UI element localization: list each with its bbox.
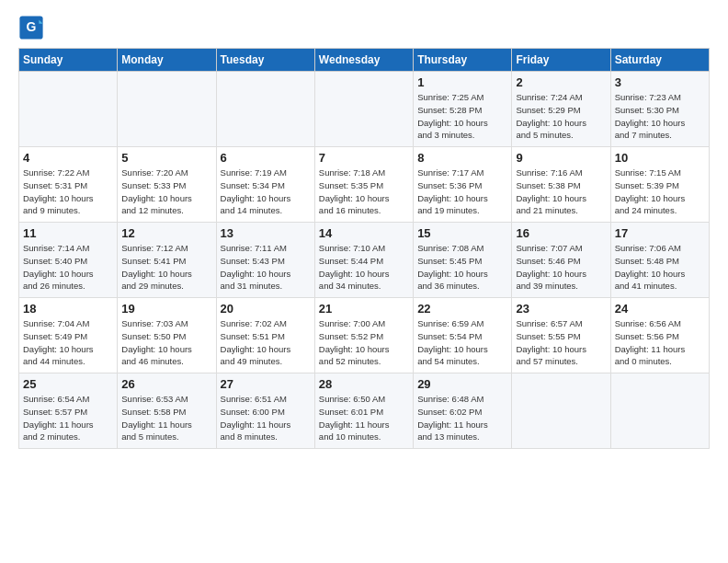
calendar-cell: 20Sunrise: 7:02 AMSunset: 5:51 PMDayligh… <box>216 298 314 373</box>
day-info: Sunrise: 7:23 AMSunset: 5:30 PMDaylight:… <box>615 91 705 142</box>
calendar-cell: 11Sunrise: 7:14 AMSunset: 5:40 PMDayligh… <box>19 223 118 298</box>
day-number: 17 <box>615 226 705 240</box>
week-row-2: 4Sunrise: 7:22 AMSunset: 5:31 PMDaylight… <box>19 147 710 223</box>
calendar-cell: 28Sunrise: 6:50 AMSunset: 6:01 PMDayligh… <box>314 373 413 449</box>
header-day-wednesday: Wednesday <box>314 49 413 72</box>
calendar-cell: 24Sunrise: 6:56 AMSunset: 5:56 PMDayligh… <box>610 298 709 373</box>
day-number: 29 <box>417 377 507 391</box>
day-info: Sunrise: 6:50 AMSunset: 6:01 PMDaylight:… <box>319 393 409 443</box>
calendar-cell: 17Sunrise: 7:06 AMSunset: 5:48 PMDayligh… <box>610 223 709 298</box>
calendar-cell: 22Sunrise: 6:59 AMSunset: 5:54 PMDayligh… <box>414 298 512 373</box>
calendar-cell: 10Sunrise: 7:15 AMSunset: 5:39 PMDayligh… <box>610 147 709 223</box>
day-info: Sunrise: 7:02 AMSunset: 5:51 PMDaylight:… <box>221 317 311 368</box>
day-number: 14 <box>319 226 409 240</box>
day-number: 25 <box>23 377 113 391</box>
header-row: SundayMondayTuesdayWednesdayThursdayFrid… <box>19 49 710 72</box>
day-number: 10 <box>615 151 705 165</box>
calendar-cell: 15Sunrise: 7:08 AMSunset: 5:45 PMDayligh… <box>414 223 512 298</box>
calendar-cell: 13Sunrise: 7:11 AMSunset: 5:43 PMDayligh… <box>216 223 314 298</box>
calendar-cell: 18Sunrise: 7:04 AMSunset: 5:49 PMDayligh… <box>19 298 118 373</box>
calendar-cell <box>314 72 413 147</box>
day-number: 13 <box>221 226 311 240</box>
day-info: Sunrise: 6:56 AMSunset: 5:56 PMDaylight:… <box>615 317 705 368</box>
day-info: Sunrise: 6:51 AMSunset: 6:00 PMDaylight:… <box>221 393 311 443</box>
calendar-cell <box>216 72 314 147</box>
day-info: Sunrise: 7:04 AMSunset: 5:49 PMDaylight:… <box>23 317 113 368</box>
day-info: Sunrise: 7:16 AMSunset: 5:38 PMDaylight:… <box>516 167 606 217</box>
calendar-cell: 23Sunrise: 6:57 AMSunset: 5:55 PMDayligh… <box>512 298 610 373</box>
calendar-body: 1Sunrise: 7:25 AMSunset: 5:28 PMDaylight… <box>19 72 710 449</box>
week-row-4: 18Sunrise: 7:04 AMSunset: 5:49 PMDayligh… <box>19 298 710 373</box>
day-info: Sunrise: 6:53 AMSunset: 5:58 PMDaylight:… <box>121 393 211 443</box>
day-number: 20 <box>221 302 311 316</box>
svg-text:G: G <box>27 19 37 34</box>
day-info: Sunrise: 7:12 AMSunset: 5:41 PMDaylight:… <box>121 242 211 293</box>
day-number: 1 <box>417 75 507 89</box>
calendar-cell <box>610 373 709 449</box>
calendar-cell <box>512 373 610 449</box>
day-number: 9 <box>516 151 606 165</box>
calendar-cell: 5Sunrise: 7:20 AMSunset: 5:33 PMDaylight… <box>118 147 216 223</box>
day-number: 7 <box>319 151 409 165</box>
calendar-cell: 25Sunrise: 6:54 AMSunset: 5:57 PMDayligh… <box>19 373 118 449</box>
header-day-tuesday: Tuesday <box>216 49 314 72</box>
calendar-cell: 2Sunrise: 7:24 AMSunset: 5:29 PMDaylight… <box>512 72 610 147</box>
day-number: 22 <box>417 302 507 316</box>
header-day-friday: Friday <box>512 49 610 72</box>
day-info: Sunrise: 7:24 AMSunset: 5:29 PMDaylight:… <box>516 91 606 142</box>
day-number: 3 <box>615 75 705 89</box>
day-number: 19 <box>121 302 211 316</box>
calendar-cell: 12Sunrise: 7:12 AMSunset: 5:41 PMDayligh… <box>118 223 216 298</box>
header-day-thursday: Thursday <box>414 49 512 72</box>
day-number: 28 <box>319 377 409 391</box>
day-number: 8 <box>417 151 507 165</box>
calendar-cell: 19Sunrise: 7:03 AMSunset: 5:50 PMDayligh… <box>118 298 216 373</box>
day-number: 15 <box>417 226 507 240</box>
day-info: Sunrise: 7:17 AMSunset: 5:36 PMDaylight:… <box>417 167 507 217</box>
logo: G <box>18 15 48 40</box>
day-info: Sunrise: 7:20 AMSunset: 5:33 PMDaylight:… <box>121 167 211 217</box>
day-number: 11 <box>23 226 113 240</box>
logo-icon: G <box>18 15 44 40</box>
calendar-cell: 29Sunrise: 6:48 AMSunset: 6:02 PMDayligh… <box>414 373 512 449</box>
calendar-cell: 8Sunrise: 7:17 AMSunset: 5:36 PMDaylight… <box>414 147 512 223</box>
week-row-3: 11Sunrise: 7:14 AMSunset: 5:40 PMDayligh… <box>19 223 710 298</box>
day-number: 16 <box>516 226 606 240</box>
calendar-header: SundayMondayTuesdayWednesdayThursdayFrid… <box>19 49 710 72</box>
header-day-saturday: Saturday <box>610 49 709 72</box>
day-info: Sunrise: 7:22 AMSunset: 5:31 PMDaylight:… <box>23 167 113 217</box>
day-info: Sunrise: 6:59 AMSunset: 5:54 PMDaylight:… <box>417 317 507 368</box>
day-number: 27 <box>221 377 311 391</box>
calendar-cell: 27Sunrise: 6:51 AMSunset: 6:00 PMDayligh… <box>216 373 314 449</box>
day-number: 4 <box>23 151 113 165</box>
day-number: 26 <box>121 377 211 391</box>
week-row-1: 1Sunrise: 7:25 AMSunset: 5:28 PMDaylight… <box>19 72 710 147</box>
week-row-5: 25Sunrise: 6:54 AMSunset: 5:57 PMDayligh… <box>19 373 710 449</box>
calendar-cell: 26Sunrise: 6:53 AMSunset: 5:58 PMDayligh… <box>118 373 216 449</box>
day-number: 24 <box>615 302 705 316</box>
day-info: Sunrise: 7:11 AMSunset: 5:43 PMDaylight:… <box>221 242 311 293</box>
day-number: 12 <box>121 226 211 240</box>
day-info: Sunrise: 6:57 AMSunset: 5:55 PMDaylight:… <box>516 317 606 368</box>
calendar-cell <box>19 72 118 147</box>
calendar-cell: 7Sunrise: 7:18 AMSunset: 5:35 PMDaylight… <box>314 147 413 223</box>
calendar-cell: 14Sunrise: 7:10 AMSunset: 5:44 PMDayligh… <box>314 223 413 298</box>
day-info: Sunrise: 7:14 AMSunset: 5:40 PMDaylight:… <box>23 242 113 293</box>
calendar-cell: 21Sunrise: 7:00 AMSunset: 5:52 PMDayligh… <box>314 298 413 373</box>
day-info: Sunrise: 7:10 AMSunset: 5:44 PMDaylight:… <box>319 242 409 293</box>
day-number: 5 <box>121 151 211 165</box>
day-info: Sunrise: 7:18 AMSunset: 5:35 PMDaylight:… <box>319 167 409 217</box>
calendar-cell <box>118 72 216 147</box>
calendar-table: SundayMondayTuesdayWednesdayThursdayFrid… <box>18 48 710 449</box>
header-day-sunday: Sunday <box>19 49 118 72</box>
day-info: Sunrise: 7:19 AMSunset: 5:34 PMDaylight:… <box>221 167 311 217</box>
day-number: 21 <box>319 302 409 316</box>
day-number: 23 <box>516 302 606 316</box>
calendar-cell: 6Sunrise: 7:19 AMSunset: 5:34 PMDaylight… <box>216 147 314 223</box>
page-header: G <box>18 15 710 40</box>
day-info: Sunrise: 7:08 AMSunset: 5:45 PMDaylight:… <box>417 242 507 293</box>
day-info: Sunrise: 7:25 AMSunset: 5:28 PMDaylight:… <box>417 91 507 142</box>
day-number: 2 <box>516 75 606 89</box>
day-number: 6 <box>221 151 311 165</box>
day-info: Sunrise: 7:00 AMSunset: 5:52 PMDaylight:… <box>319 317 409 368</box>
